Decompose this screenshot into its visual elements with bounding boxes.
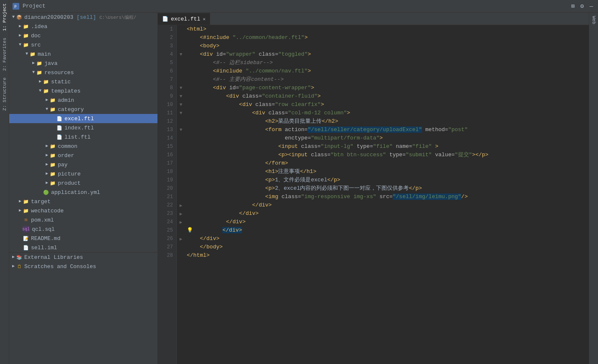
text-notice: 注意事项 [278,168,300,175]
gutter-12 [177,117,185,126]
tree-item-qcl-sql[interactable]: sql qcl.sql [9,225,157,234]
arrow-root: ▼ [11,15,16,20]
folder-picture-icon: 📁 [49,170,56,177]
gutter-22[interactable]: ▶ [177,201,185,209]
tree-item-templates[interactable]: ▼ 📁 templates [9,86,157,96]
settings-btn[interactable]: ⚙ [579,3,585,10]
tag-pcw: <div [213,85,229,91]
gutter-16 [177,151,185,159]
tree-item-common[interactable]: ▶ 📁 common [9,142,157,151]
tree-item-excel-ftl[interactable]: 📄 excel.ftl [9,114,157,123]
line-11: <div class="col-md-12 column"> [187,109,589,117]
ln-25: 25 [161,226,173,235]
tree-item-application-yml[interactable]: 🟢 application.yml [9,188,157,197]
common-label: common [58,143,77,150]
tab-file-icon: 📄 [162,16,168,22]
tree-item-list-ftl[interactable]: 📄 list.ftl [9,132,157,142]
web-tab[interactable]: Web [590,13,598,28]
gutter-15 [177,142,185,151]
folder-pay-icon: 📁 [49,161,56,168]
ext-libs-icon: 📚 [16,254,23,261]
main-layout: P Project ⊞ ⚙ — ▼ 📦 diancan20200203 [sel… [9,0,598,364]
tag-form-close: </form> [265,160,288,166]
arrow-product: ▶ [44,181,49,186]
gutter-24[interactable]: ▶ [177,218,185,226]
tree-item-resources[interactable]: ▼ 📁 resources [9,68,157,77]
arrow-doc: ▶ [18,33,23,38]
tree-item-category[interactable]: ▼ 📁 category [9,105,157,114]
readme-label: README.md [31,235,60,242]
line-6: <#include "../common/nav.ftl"> [187,67,589,75]
code-lines[interactable]: <html> <#include "../common/header.ftl">… [185,25,589,364]
tree-item-static[interactable]: ▶ 📁 static [9,77,157,86]
line-15: <input class="input-lg" type="file" name… [187,142,589,151]
gutter-6 [177,67,185,75]
line-9: <div class="container-fluid"> [187,92,589,101]
line-numbers: 1 2 3 4 5 6 7 8 9 10 11 12 13 14 15 16 1 [158,25,177,364]
tree-item-picture[interactable]: ▶ 📁 picture [9,169,157,178]
arrow-admin: ▶ [44,98,49,103]
indent-13 [187,126,265,133]
ln-11: 11 [161,109,173,117]
tree-item-sell-iml[interactable]: 📄 sell.iml [9,243,157,252]
tag-div-close: > [308,51,311,57]
gutter-10[interactable]: ▼ [177,101,185,109]
tab-excel-ftl[interactable]: 📄 excel.ftl ✕ [158,13,210,25]
tree-item-readme[interactable]: 📝 README.md [9,234,157,243]
indent-22 [187,202,252,208]
gutter-9[interactable]: ▼ [177,92,185,101]
ln-28: 28 [161,251,173,260]
attr-type-submit: type= [386,152,406,158]
gutter-4[interactable]: ▼ [177,50,185,59]
file-tree: ▼ 📦 diancan20200203 [sell] C:\Users\编程/ … [9,13,157,364]
tree-item-product[interactable]: ▶ 📁 product [9,178,157,188]
attr-class-row: class= [255,101,275,108]
tree-item-index-ftl[interactable]: 📄 index.ftl [9,123,157,132]
gutter-13[interactable]: ▼ [177,126,185,134]
indent-4 [187,51,200,57]
favorites-tab[interactable]: 2: Favorites [1,34,8,74]
minimize-btn[interactable]: — [588,3,595,10]
attr-action: action= [285,126,308,133]
tree-item-doc[interactable]: ▶ 📁 doc [9,31,157,40]
gutter-11[interactable]: ▼ [177,109,185,117]
folder-src-icon: 📁 [23,41,29,48]
comment-sidebar: <#-- 边栏sidebar--> [213,59,273,66]
xml-pom-icon: m [23,217,29,223]
tag-h2-close: </h2> [322,118,338,124]
tree-item-admin[interactable]: ▶ 📁 admin [9,96,157,105]
str-src: "/sell/img/leimu.png" [393,194,461,200]
tag-pcw-close: > [311,85,314,91]
structure-tab[interactable]: Z: Structure [1,74,8,114]
gutter-8[interactable]: ▼ [177,84,185,92]
project-tab[interactable]: 1: Project [1,0,8,34]
code-content[interactable]: 1 2 3 4 5 6 7 8 9 10 11 12 13 14 15 16 1 [158,25,589,364]
line-20: <p>2、excel内容的列必须和下图一一对应，下图仅供参考</p> [187,184,589,193]
gutter-21 [177,193,185,201]
tag-html-open: <html> [187,26,206,32]
tree-item-main[interactable]: ▼ 📁 main [9,49,157,59]
tree-item-src[interactable]: ▼ 📁 src [9,40,157,49]
ln-18: 18 [161,168,173,176]
gutter-23[interactable]: ▶ [177,209,185,218]
tab-close-btn[interactable]: ✕ [203,16,206,22]
attr-id-pcw: id= [229,85,239,91]
tree-item-pom-xml[interactable]: m pom.xml [9,215,157,225]
layout-btn[interactable]: ⊞ [570,3,576,10]
tree-item-root[interactable]: ▼ 📦 diancan20200203 [sell] C:\Users\编程/ [9,13,157,22]
tree-item-idea[interactable]: ▶ 📁 .idea [9,22,157,31]
tree-item-java[interactable]: ▶ 📁 java [9,59,157,68]
tree-item-target[interactable]: ▶ 📁 target [9,197,157,206]
str-toggled: "toggled" [278,51,307,57]
indent-15 [187,143,278,150]
indent-16 [187,152,278,158]
tree-item-pay[interactable]: ▶ 📁 pay [9,160,157,169]
tree-item-external-libs[interactable]: ▶ 📚 External Libraries [9,253,157,262]
tree-item-order[interactable]: ▶ 📁 order [9,151,157,160]
tree-item-scratches[interactable]: ▶ 🗒 Scratches and Consoles [9,262,157,271]
tag-h2: <h2> [265,118,278,124]
project-icon: P [13,3,19,10]
gutter-26[interactable]: ▶ [177,235,185,243]
tree-item-wechatcode[interactable]: ▶ 📁 wechatcode [9,206,157,215]
svg-text:P: P [14,5,17,9]
